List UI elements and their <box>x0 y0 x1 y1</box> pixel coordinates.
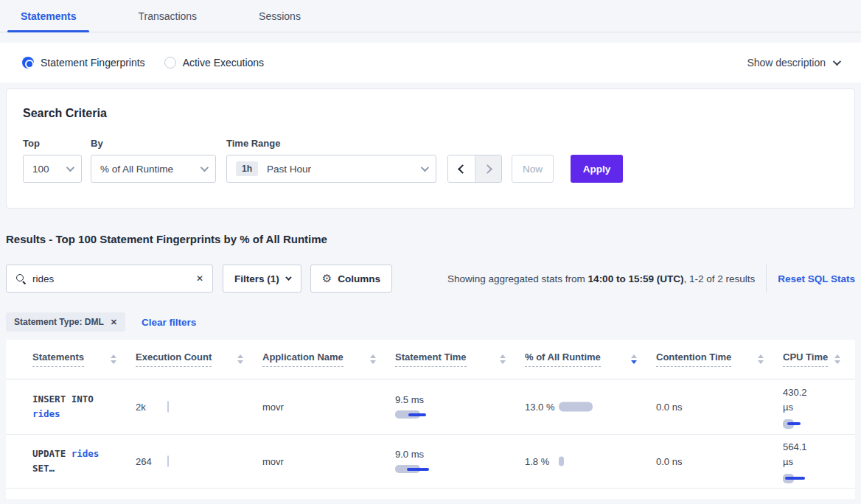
table-row[interactable]: UPDATE rides SET… 264 movr 9.0 ms 1.8 % … <box>6 435 855 489</box>
radio-statement-fingerprints[interactable]: Statement Fingerprints <box>22 57 145 69</box>
statement-time-value: 9.5 ms <box>395 394 525 405</box>
pct-of-runtime-bar <box>559 457 564 466</box>
radio-statement-fingerprints-label: Statement Fingerprints <box>41 57 145 69</box>
apply-button[interactable]: Apply <box>571 155 623 183</box>
clear-search-icon[interactable]: ✕ <box>196 273 203 284</box>
tab-transactions[interactable]: Transactions <box>125 0 210 32</box>
time-range-select[interactable]: 1h Past Hour <box>226 155 436 183</box>
time-range-field: Time Range 1h Past Hour <box>226 138 436 183</box>
tab-statements-label: Statements <box>21 10 76 22</box>
cpu-time-bar <box>783 474 834 483</box>
sort-icon[interactable] <box>500 354 506 364</box>
statement-time-bar <box>395 410 447 419</box>
column-header-statements[interactable]: Statements <box>32 340 136 379</box>
chevron-right-icon <box>483 164 492 174</box>
filter-chip-statement-type[interactable]: Statement Type: DML ✕ <box>6 312 125 332</box>
column-header-label[interactable]: Statements <box>32 351 84 367</box>
by-field: By % of All Runtime <box>91 138 216 183</box>
cpu-time-value: 564.1 µs <box>783 440 818 469</box>
chevron-down-icon <box>285 274 291 280</box>
column-header-label[interactable]: CPU Time <box>783 351 828 367</box>
by-select[interactable]: % of All Runtime <box>91 155 216 183</box>
top-field: Top 100 <box>23 138 82 183</box>
sort-icon[interactable] <box>111 354 116 364</box>
column-header-cpu-time[interactable]: CPU Time <box>783 340 843 379</box>
statement-time-cell: 9.0 ms <box>395 449 525 474</box>
chevron-down-icon <box>833 57 841 66</box>
statements-table: Statements Execution Count Application N… <box>6 340 855 499</box>
radio-selected-icon[interactable] <box>22 57 34 69</box>
search-input[interactable] <box>32 273 196 284</box>
time-range-label: Time Range <box>226 138 436 149</box>
column-header-application-name[interactable]: Application Name <box>262 340 395 379</box>
stats-time-range: 14:00 to 15:59 (UTC) <box>588 273 684 284</box>
search-icon <box>15 273 26 284</box>
clear-filters-link[interactable]: Clear filters <box>142 317 196 328</box>
show-description-toggle[interactable]: Show description <box>747 57 839 69</box>
cpu-time-bar <box>783 419 834 429</box>
pct-of-runtime-cell: 13.0 % <box>525 379 656 434</box>
statement-link[interactable]: rides <box>32 408 60 419</box>
stddev-bar <box>408 413 426 416</box>
table-header-row: Statements Execution Count Application N… <box>6 340 855 379</box>
by-select-value: % of All Runtime <box>100 164 173 175</box>
table-bottom-filler <box>6 489 855 499</box>
contention-time-cell: 0.0 ns <box>656 456 783 467</box>
top-select[interactable]: 100 <box>23 155 82 183</box>
search-criteria-card: Search Criteria Top 100 By % of All Runt… <box>6 88 855 209</box>
top-select-value: 100 <box>32 164 49 175</box>
execution-count-cell: 264 <box>136 435 262 488</box>
vertical-divider <box>766 265 767 293</box>
sort-icon[interactable] <box>834 354 840 364</box>
next-time-range-button[interactable] <box>475 155 501 182</box>
application-name-cell: movr <box>262 456 395 467</box>
cpu-time-cell: 564.1 µs <box>783 440 843 483</box>
remove-filter-icon[interactable]: ✕ <box>111 318 117 327</box>
pct-of-runtime-value: 1.8 % <box>525 455 549 469</box>
statement-link[interactable]: rides <box>72 448 100 459</box>
reset-sql-stats-link[interactable]: Reset SQL Stats <box>778 273 855 284</box>
radio-unselected-icon[interactable] <box>164 57 176 69</box>
execution-count-bar <box>167 402 169 413</box>
sql-keyword: INSERT INTO <box>32 393 94 405</box>
column-header-label[interactable]: Execution Count <box>136 351 212 367</box>
column-header-label[interactable]: Application Name <box>262 351 344 367</box>
sort-icon[interactable] <box>758 354 764 364</box>
now-button[interactable]: Now <box>512 155 554 183</box>
sort-icon[interactable] <box>237 354 243 364</box>
time-range-badge: 1h <box>236 161 258 176</box>
column-header-label[interactable]: Statement Time <box>395 351 467 367</box>
view-toggle-band: Statement Fingerprints Active Executions… <box>0 43 861 83</box>
column-header-statement-time[interactable]: Statement Time <box>395 340 525 379</box>
stddev-bar <box>787 422 801 425</box>
radio-active-executions-label: Active Executions <box>183 57 265 69</box>
column-header-label[interactable]: % of All Runtime <box>525 351 601 367</box>
results-heading: Results - Top 100 Statement Fingerprints… <box>6 233 855 245</box>
column-header-execution-count[interactable]: Execution Count <box>136 340 262 379</box>
execution-count-cell: 2k <box>136 379 262 434</box>
previous-time-range-button[interactable] <box>448 155 475 182</box>
column-header-pct-of-all-runtime[interactable]: % of All Runtime <box>525 340 656 379</box>
sort-icon[interactable] <box>370 354 376 364</box>
chevron-down-icon <box>66 164 74 172</box>
sql-keyword: UPDATE <box>32 448 66 459</box>
columns-button-label: Columns <box>338 273 380 284</box>
sort-icon-active-desc[interactable] <box>631 354 637 364</box>
aggregated-stats-text: Showing aggregated stats from 14:00 to 1… <box>447 273 755 284</box>
column-header-label[interactable]: Contention Time <box>656 351 731 367</box>
filters-button[interactable]: Filters (1) <box>223 265 301 293</box>
statement-search-box[interactable]: ✕ <box>6 265 213 293</box>
statement-fingerprint-cell: UPDATE rides SET… <box>32 447 136 476</box>
columns-button[interactable]: ⚙ Columns <box>310 265 392 293</box>
time-range-arrows <box>447 155 502 183</box>
show-description-label: Show description <box>747 57 826 69</box>
execution-count-bar <box>167 456 169 467</box>
application-name-cell: movr <box>262 402 395 413</box>
tab-statements[interactable]: Statements <box>7 0 89 32</box>
column-header-contention-time[interactable]: Contention Time <box>656 340 783 379</box>
sql-suffix: SET… <box>32 463 55 474</box>
table-row[interactable]: INSERT INTO rides 2k movr 9.5 ms 13.0 % … <box>6 379 855 435</box>
radio-active-executions[interactable]: Active Executions <box>164 57 265 69</box>
tab-sessions[interactable]: Sessions <box>245 0 314 32</box>
active-filters-row: Statement Type: DML ✕ Clear filters <box>6 312 855 332</box>
